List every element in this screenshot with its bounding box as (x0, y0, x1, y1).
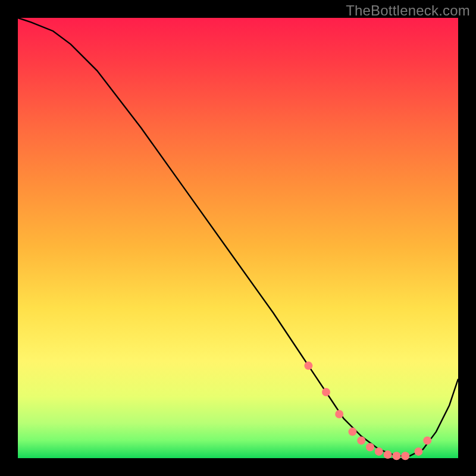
chart-svg (18, 18, 458, 458)
marker-point (414, 447, 422, 456)
marker-point (335, 410, 343, 418)
marker-point (401, 452, 409, 460)
highlight-markers (304, 362, 431, 461)
marker-point (366, 443, 374, 452)
marker-point (348, 428, 356, 436)
marker-point (304, 362, 312, 370)
marker-point (392, 452, 400, 460)
marker-point (375, 447, 383, 456)
marker-point (423, 436, 431, 444)
marker-point (357, 436, 365, 444)
bottleneck-curve (18, 18, 458, 456)
plot-area (18, 18, 458, 458)
marker-point (322, 388, 330, 396)
chart-frame: TheBottleneck.com (0, 0, 476, 476)
marker-point (384, 450, 392, 459)
watermark-text: TheBottleneck.com (346, 2, 470, 19)
